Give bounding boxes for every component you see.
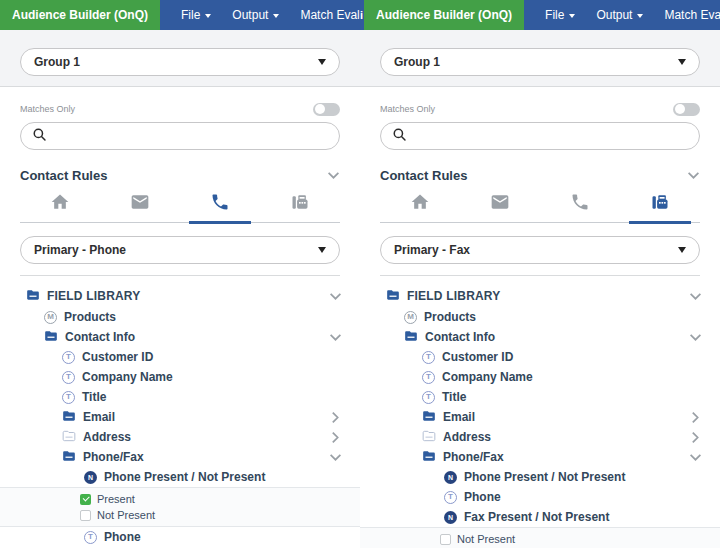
dropdown-caret-icon bbox=[318, 59, 326, 65]
menu-file-label: File bbox=[545, 8, 564, 22]
checkbox-row-not-present[interactable]: Not Present bbox=[360, 531, 720, 547]
text-field-icon: T bbox=[422, 371, 435, 384]
matches-only-toggle[interactable] bbox=[313, 103, 340, 116]
tree-item-address[interactable]: Address bbox=[0, 427, 360, 447]
menu-file-label: File bbox=[181, 8, 200, 22]
text-field-icon: T bbox=[62, 371, 75, 384]
tree-item-phone[interactable]: T Phone bbox=[0, 527, 360, 547]
channel-tabs bbox=[20, 188, 340, 223]
tree-item-contact-info[interactable]: Contact Info bbox=[360, 327, 720, 347]
chevron-right-icon[interactable] bbox=[691, 411, 700, 424]
menu-match-evaluation[interactable]: Match Evaluati bbox=[664, 0, 720, 30]
tree-item-phone-present[interactable]: N Phone Present / Not Present bbox=[0, 467, 360, 487]
tree-item-address[interactable]: Address bbox=[360, 427, 720, 447]
menu-output[interactable]: Output bbox=[596, 0, 643, 30]
checkbox-row-not-present[interactable]: Not Present bbox=[0, 507, 360, 523]
tree-item-label: Company Name bbox=[442, 370, 533, 384]
toggle-knob bbox=[315, 104, 325, 114]
tab-fax[interactable] bbox=[620, 188, 700, 222]
chevron-down-icon[interactable] bbox=[689, 333, 702, 342]
text-field-icon: T bbox=[422, 391, 435, 404]
menu-output[interactable]: Output bbox=[232, 0, 279, 30]
tree-item-label: Email bbox=[443, 410, 475, 424]
numeric-field-icon: N bbox=[444, 511, 457, 524]
chevron-right-icon[interactable] bbox=[331, 431, 340, 444]
menu-match-evaluation-label: Match Evaluati bbox=[300, 8, 360, 22]
tree-item-phone[interactable]: T Phone bbox=[360, 487, 720, 507]
group-select[interactable]: Group 1 bbox=[380, 48, 700, 76]
tree-item-label: Products bbox=[424, 310, 476, 324]
field-library-tree: FIELD LIBRARY M Products Contact Info T … bbox=[360, 276, 720, 548]
chevron-down-icon[interactable] bbox=[329, 453, 342, 462]
chevron-down-icon[interactable] bbox=[329, 292, 342, 301]
app-root: Audience Builder (OnQ) File Output Match… bbox=[0, 0, 720, 548]
tab-home[interactable] bbox=[380, 188, 460, 222]
chevron-down-icon[interactable] bbox=[689, 292, 702, 301]
chevron-down-icon[interactable] bbox=[687, 171, 700, 180]
tab-phone[interactable] bbox=[540, 188, 620, 222]
checkbox-row-present[interactable]: Present bbox=[0, 491, 360, 507]
left-panel: Audience Builder (OnQ) File Output Match… bbox=[0, 0, 360, 548]
chevron-down-icon[interactable] bbox=[689, 453, 702, 462]
channel-select[interactable]: Primary - Fax bbox=[380, 236, 700, 264]
channel-row: Primary - Phone bbox=[20, 236, 340, 264]
model-icon: M bbox=[404, 311, 417, 324]
checkbox-label: Not Present bbox=[97, 509, 155, 521]
folder-icon bbox=[44, 329, 58, 346]
tree-item-email[interactable]: Email bbox=[0, 407, 360, 427]
matches-only-label: Matches Only bbox=[20, 104, 75, 114]
tree-item-label: Phone Present / Not Present bbox=[104, 470, 265, 484]
tree-item-customer-id[interactable]: T Customer ID bbox=[360, 347, 720, 367]
menu-file[interactable]: File bbox=[545, 0, 575, 30]
chevron-down-icon[interactable] bbox=[329, 333, 342, 342]
tree-item-products[interactable]: M Products bbox=[360, 307, 720, 327]
chevron-right-icon[interactable] bbox=[331, 411, 340, 424]
tree-item-phone-present[interactable]: N Phone Present / Not Present bbox=[360, 467, 720, 487]
text-field-icon: T bbox=[84, 531, 97, 544]
text-field-icon: T bbox=[62, 391, 75, 404]
tree-item-title[interactable]: T Title bbox=[0, 387, 360, 407]
checkbox-checked-icon[interactable] bbox=[80, 494, 91, 505]
tree-item-customer-id[interactable]: T Customer ID bbox=[0, 347, 360, 367]
menu-match-evaluation[interactable]: Match Evaluati bbox=[300, 0, 360, 30]
checkbox-unchecked-icon[interactable] bbox=[440, 534, 451, 545]
chevron-down-icon[interactable] bbox=[327, 171, 340, 180]
tree-item-company-name[interactable]: T Company Name bbox=[360, 367, 720, 387]
envelope-icon bbox=[490, 192, 510, 216]
tree-item-field-library[interactable]: FIELD LIBRARY bbox=[0, 285, 360, 307]
fax-icon bbox=[290, 192, 310, 216]
tree-item-label: Fax Present / Not Present bbox=[464, 510, 609, 524]
group-select[interactable]: Group 1 bbox=[20, 48, 340, 76]
app-brand[interactable]: Audience Builder (OnQ) bbox=[0, 0, 160, 30]
value-checkbox-section: Not Present Present bbox=[360, 527, 720, 548]
checkbox-unchecked-icon[interactable] bbox=[80, 510, 91, 521]
tree-item-phone-fax[interactable]: Phone/Fax bbox=[0, 447, 360, 467]
tab-email[interactable] bbox=[100, 188, 180, 222]
app-brand[interactable]: Audience Builder (OnQ) bbox=[364, 0, 524, 30]
menu-file[interactable]: File bbox=[181, 0, 211, 30]
tree-item-contact-info[interactable]: Contact Info bbox=[0, 327, 360, 347]
chevron-right-icon[interactable] bbox=[691, 431, 700, 444]
tab-home[interactable] bbox=[20, 188, 100, 222]
contact-rules-header: Contact Rules bbox=[0, 150, 360, 188]
tab-phone[interactable] bbox=[180, 188, 260, 222]
tree-item-fax-present[interactable]: N Fax Present / Not Present bbox=[360, 507, 720, 527]
navbar: i Audience Builder (OnQ) File Output Mat… bbox=[360, 0, 720, 30]
numeric-field-icon: N bbox=[444, 471, 457, 484]
caret-down-icon bbox=[273, 14, 279, 18]
tree-item-phone-fax[interactable]: Phone/Fax bbox=[360, 447, 720, 467]
channel-select[interactable]: Primary - Phone bbox=[20, 236, 340, 264]
tree-item-field-library[interactable]: FIELD LIBRARY bbox=[360, 285, 720, 307]
tree-item-company-name[interactable]: T Company Name bbox=[0, 367, 360, 387]
search-input[interactable] bbox=[54, 129, 328, 143]
tree-item-products[interactable]: M Products bbox=[0, 307, 360, 327]
tree-item-label: Address bbox=[443, 430, 491, 444]
tree-item-title[interactable]: T Title bbox=[360, 387, 720, 407]
matches-only-toggle[interactable] bbox=[673, 103, 700, 116]
tree-item-email[interactable]: Email bbox=[360, 407, 720, 427]
search-input[interactable] bbox=[414, 129, 688, 143]
search-icon bbox=[32, 127, 47, 146]
menu-match-evaluation-label: Match Evaluati bbox=[664, 8, 720, 22]
tab-email[interactable] bbox=[460, 188, 540, 222]
tab-fax[interactable] bbox=[260, 188, 340, 222]
